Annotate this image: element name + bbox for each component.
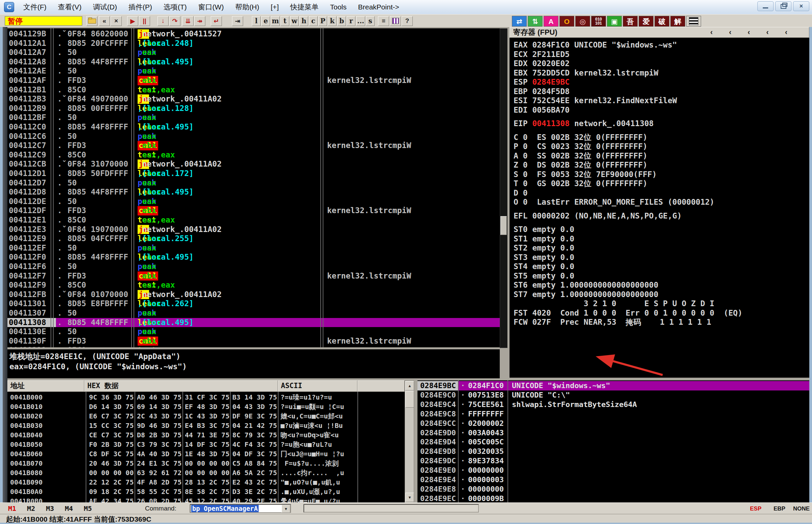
register-line[interactable]: ST5 empty 0.0 (510, 272, 809, 281)
stack-row[interactable]: 0284E9DC·89E37834 (417, 456, 809, 466)
binary-button[interactable]: 010101 (591, 16, 606, 27)
wu-button[interactable]: 吾 (623, 16, 638, 27)
view-button-l[interactable]: l (252, 16, 261, 26)
disasm-row[interactable]: 004112D7.50push eax (7, 178, 500, 188)
register-line[interactable]: EBP 0284F5D8 (510, 87, 809, 96)
plugin-grid-button[interactable] (390, 16, 401, 26)
register-line[interactable]: EIP 00411308 network_.00411308 (510, 119, 809, 129)
menu-item[interactable]: 选项(T) (158, 3, 193, 11)
menu-item[interactable]: 帮助(H) (230, 3, 265, 11)
menu-item[interactable]: 窗口(W) (193, 3, 230, 11)
stack-row[interactable]: 0284E9C0·007513E8UNICODE "C:\" (417, 391, 809, 400)
register-line[interactable]: A 0 SS 002B 32位 0(FFFFFFFF) (510, 151, 809, 161)
stack-row[interactable]: 0284E9D0·003A0043 (417, 428, 809, 438)
memory-tab-m3[interactable]: M3 (46, 505, 54, 512)
stack-row[interactable]: 0284E9C8·FFFFFFFF (417, 409, 809, 419)
disasm-row[interactable]: 00411311.85C0test eax,eax (7, 346, 500, 347)
close-program-button[interactable]: × (111, 16, 122, 26)
disasm-row[interactable]: 004112FB.ˇ0F84 01070000je network_.00411… (7, 290, 500, 299)
execute-till-return-button[interactable]: ↵ (211, 16, 222, 26)
window-button[interactable]: ▣ (607, 16, 622, 27)
view-button-runtrace[interactable]: ... (356, 16, 365, 26)
stack-row[interactable]: 0284E9D4·005C005C (417, 437, 809, 447)
view-button-b[interactable]: b (337, 16, 346, 26)
register-line[interactable]: FCW 027F Prec NEAR,53 掩码 1 1 1 1 1 1 (510, 318, 809, 327)
scroll-down-icon[interactable]: ▼ (405, 493, 414, 502)
hexdump-row[interactable]: 0041B040CE C7 3C 75D8 2B 3D 7544 71 3E 7… (7, 430, 405, 440)
command-input-value[interactable]: bp OpenSCManagerA (191, 505, 259, 512)
disasm-row[interactable]: 004112A8.8D85 44F8FFFFlea eax,[local.495… (7, 57, 500, 67)
disasm-row[interactable]: 0041129B.ˇ0F84 86020000je network_.00411… (7, 29, 500, 39)
disasm-row[interactable]: 0041130F.FFD3call ebxkernel32.lstrcmpiW (7, 337, 500, 346)
view-button-k[interactable]: k (328, 16, 336, 26)
register-line[interactable]: ST7 empty 1.0000000000000000000 (510, 290, 809, 299)
step-into-button[interactable]: ↓ (158, 16, 169, 26)
register-line[interactable]: FST 4020 Cond 1 0 0 0 Err 0 0 1 0 0 0 0 … (510, 309, 809, 318)
po-button[interactable]: 破 (654, 16, 669, 27)
register-line[interactable]: O 0 LastErr ERROR_NO_MORE_FILES (0000001… (510, 198, 809, 207)
register-line[interactable]: ST4 empty 0.0 (510, 262, 809, 272)
stack-row[interactable]: 0284E9C4·75CEE561shlwapi.StrFormatByteSi… (417, 400, 809, 409)
close-button[interactable]: × (793, 1, 809, 11)
view-button-m[interactable]: m (271, 16, 280, 26)
register-line[interactable]: EDI 0056BA70 (510, 105, 809, 115)
register-line[interactable]: ST0 empty 0.0 (510, 225, 809, 234)
chevron-left-icon[interactable]: ‹ (710, 28, 713, 37)
app-icon[interactable]: C (4, 2, 14, 12)
disasm-row[interactable]: 0041130E.50push eax (7, 327, 500, 337)
hexdump-row[interactable]: 0041B060C8 DF 3C 754A 40 3D 751E 48 3D 7… (7, 449, 405, 459)
scroll-up-icon[interactable]: ▲ (405, 381, 414, 391)
disasm-row[interactable]: 00411307.50push eax (7, 309, 500, 318)
disasm-row[interactable]: 004112BF.50push eax (7, 113, 500, 122)
view-button-h[interactable]: h (299, 16, 308, 26)
disasm-row[interactable]: 004112D1.8D85 50FDFFFFlea eax,[local.172… (7, 169, 500, 178)
view-button-e[interactable]: e (261, 16, 270, 26)
stack-row[interactable]: 0284E9CC·02000002 (417, 419, 809, 428)
stack-row[interactable]: 0284E9EC·0000009B (417, 494, 809, 503)
pause-button[interactable]: || (139, 16, 150, 26)
windows-list-button[interactable]: ≡ (378, 16, 389, 26)
view-button-c[interactable]: c (309, 16, 318, 26)
hexdump-panel[interactable]: 地址 HEX 数据 ASCII 0041B0009C 36 3D 75AD 46… (7, 380, 405, 503)
register-line[interactable]: 3 2 1 0 E S P U O Z D I (510, 299, 809, 309)
register-line[interactable]: ST2 empty 0.0 (510, 243, 809, 253)
registers-panel[interactable]: EAX 0284F1C0 UNICODE "$windows.~ws"ECX 2… (510, 38, 809, 378)
register-line[interactable]: ST3 empty 0.0 (510, 253, 809, 262)
disasm-row[interactable]: 004112B1.85C0test eax,eax (7, 85, 500, 95)
register-line[interactable]: EAX 0284F1C0 UNICODE "$windows.~ws" (510, 40, 809, 50)
register-line[interactable]: ST6 empty 1.0000000000000000000 (510, 281, 809, 290)
register-line[interactable]: D 0 (510, 189, 809, 198)
disasm-row[interactable]: 004112F7.FFD3call ebxkernel32.lstrcmpiW (7, 272, 500, 281)
hexdump-row[interactable]: 0041B010D6 14 3D 7569 14 3D 75EF 48 3D 7… (7, 402, 405, 411)
disasm-row[interactable]: 004112A1.8D85 20FCFFFFlea eax,[local.248… (7, 39, 500, 48)
hexdump-row[interactable]: 0041B03015 CC 3C 759D 46 3D 75E4 B3 3C 7… (7, 421, 405, 430)
register-line[interactable]: ESP 0284E9BC (510, 78, 809, 87)
disassembly-scrollbar[interactable] (500, 28, 508, 348)
menu-item[interactable]: 快捷菜单 (285, 3, 325, 11)
disasm-row[interactable]: 004112AF.FFD3call ebxkernel32.lstrcmpiW (7, 76, 500, 85)
run-button[interactable]: ▶ (127, 16, 138, 26)
jie-button[interactable]: 解 (670, 16, 685, 27)
disassembly-panel[interactable]: 0041129B.ˇ0F84 86020000je network_.00411… (7, 28, 500, 347)
restart-button[interactable]: « (99, 16, 110, 26)
menu-item[interactable]: [+] (265, 3, 285, 11)
disasm-row[interactable]: 004112C0.8D85 44F8FFFFlea eax,[local.495… (7, 122, 500, 132)
menu-item[interactable]: 文件(F) (18, 3, 52, 11)
animate-into-button[interactable]: ⇊ (182, 16, 194, 26)
menu-item[interactable]: 插件(P) (123, 3, 158, 11)
stack-row[interactable]: 0284E9E0·00000000 (417, 466, 809, 475)
register-line[interactable]: ECX 2F211ED5 (510, 50, 809, 59)
disasm-row[interactable]: 004112AE.50push eax (7, 66, 500, 76)
disasm-row[interactable]: 004112E3.ˇ0F84 19070000je network_.00411… (7, 225, 500, 234)
menu-item[interactable]: Tools (325, 3, 352, 11)
disasm-row[interactable]: 004112EF.50push eax (7, 243, 500, 253)
disasm-row[interactable]: 004112DE.50push eax (7, 197, 500, 206)
register-line[interactable]: EBX 752DD5CD kernel32.lstrcmpiW (510, 68, 809, 78)
chevron-left-icon[interactable]: ‹ (729, 28, 731, 37)
restore-button[interactable] (775, 1, 792, 11)
scrollbar-thumb[interactable] (500, 216, 507, 235)
hexdump-row[interactable]: 0041B0B0AF 42 34 7526 0B 2D 7545 12 2C 7… (7, 496, 405, 503)
command-combobox[interactable]: bp OpenSCManagerA ▼ (190, 504, 291, 513)
scrollbar-thumb[interactable] (405, 391, 414, 408)
register-line[interactable]: Z 0 DS 002B 32位 0(FFFFFFFF) (510, 161, 809, 170)
